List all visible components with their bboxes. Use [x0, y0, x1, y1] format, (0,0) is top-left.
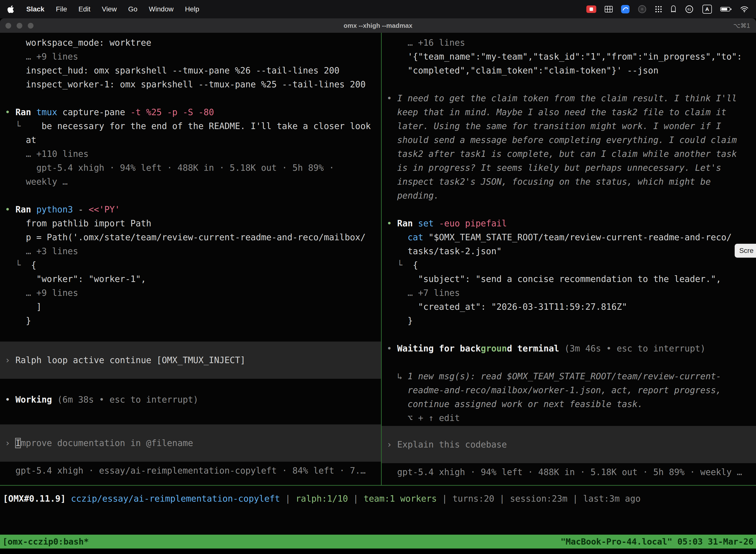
prompt-input[interactable]: › Improve documentation in @filename — [0, 425, 381, 462]
terminal-line: … +16 lines — [382, 36, 756, 50]
wifi-icon[interactable] — [740, 6, 749, 13]
screen-recording-indicator-icon[interactable] — [586, 5, 596, 13]
menu-bar: Slack File Edit View Go Window Help — [0, 0, 756, 18]
terminal-line: from pathlib import Path — [0, 216, 381, 230]
tmux-host-time: "MacBook-Pro-44.local" 05:03 31-Mar-26 — [561, 537, 754, 547]
text-segment: "$OMX_TEAM_STATE_ROOT/team/review-curren… — [429, 232, 732, 242]
text-segment: … +3 lines — [5, 246, 78, 256]
text-segment: should send a message before completing … — [387, 135, 737, 145]
text-segment: Working — [15, 395, 57, 404]
terminal-line: … +110 lines — [0, 147, 381, 161]
screen-notification[interactable]: Scre — [735, 244, 756, 258]
terminal-line: cat "$OMX_TEAM_STATE_ROOT/team/review-cu… — [382, 230, 756, 244]
menu-file[interactable]: File — [56, 5, 67, 13]
terminal-window: omx --xhigh --madmax ⌥⌘1 workspace_mode:… — [0, 18, 756, 554]
text-segment: inspect_hud: omx sparkshell --tmux-pane … — [5, 65, 339, 75]
text-segment: • — [387, 343, 397, 353]
terminal-line: • Ran tmux capture-pane -t %25 -p -S -80 — [0, 105, 381, 119]
close-button[interactable] — [5, 23, 11, 29]
terminal-line: ] — [0, 300, 381, 314]
terminal-line — [0, 328, 381, 341]
text-segment: { — [31, 260, 36, 270]
text-segment: | — [437, 494, 452, 504]
window-shortcut: ⌥⌘1 — [733, 22, 750, 29]
zoom-button[interactable] — [28, 23, 34, 29]
terminal-line: … +9 lines — [0, 286, 381, 300]
text-segment: d terminal — [507, 343, 565, 353]
terminal-line: inspect_worker-1: omx sparkshell --tmux-… — [0, 77, 381, 91]
terminal-line: • Waiting for background terminal (3m 46… — [382, 341, 756, 355]
terminal-line: } — [0, 314, 381, 328]
text-segment: <<'PY' — [88, 205, 120, 214]
text-segment: └ — [5, 121, 42, 131]
table-grid-icon[interactable] — [605, 6, 613, 12]
terminal-line: ⌥ + ↑ edit — [382, 411, 756, 425]
menu-app-name[interactable]: Slack — [26, 5, 44, 13]
text-segment — [387, 232, 407, 242]
terminal-line — [0, 91, 381, 105]
blue-app-icon[interactable] — [621, 5, 630, 13]
battery-gauge-value: 61 — [688, 7, 691, 11]
menu-go[interactable]: Go — [128, 5, 137, 13]
menu-edit[interactable]: Edit — [78, 5, 90, 13]
terminal-line: is in progress? It seems likely but perh… — [382, 161, 756, 175]
prompt-input[interactable]: › Explain this codebase — [382, 426, 756, 463]
text-segment: | — [348, 494, 364, 504]
terminal-line: gpt-5.4 xhigh · essay/ai-reimplementatio… — [0, 464, 381, 478]
text-segment: ↳ — [387, 371, 407, 381]
right-agent-pane[interactable]: … +16 lines '{"team_name":"my-team","tas… — [382, 33, 756, 485]
battery-gauge-icon[interactable]: 61 — [685, 4, 694, 14]
terminal-line: └ be necessary for the end of the README… — [0, 119, 381, 133]
menu-view[interactable]: View — [102, 5, 117, 13]
text-segment: cczip/essay/ai-reimplementation-copyleft — [71, 494, 280, 504]
injected-prompt-input[interactable]: › Ralph loop active continue [OMX_TMUX_I… — [0, 341, 381, 379]
input-source-icon[interactable]: A — [702, 5, 712, 14]
text-segment: "completed","claim_token":"claim-token"}… — [387, 65, 658, 75]
terminal-line: • I need to get the claim token from the… — [382, 91, 756, 105]
terminal-line — [0, 379, 381, 393]
text-segment: workspace_mode: worktree — [5, 38, 151, 48]
text-segment: Ran — [15, 107, 36, 117]
text-segment: ⌥ + ↑ edit — [387, 413, 460, 423]
text-segment: Explain this codebase — [397, 440, 507, 449]
tmux-status-bar: [omx-cczip0:bash* "MacBook-Pro-44.local"… — [0, 535, 756, 549]
battery-icon[interactable] — [720, 6, 732, 12]
terminal-line: pending. — [382, 189, 756, 203]
text-segment: … +16 lines — [387, 38, 465, 48]
text-segment: • — [5, 107, 15, 117]
apple-menu-icon[interactable] — [7, 5, 15, 13]
text-segment: readme-and-reco/mailbox/worker-1.json, a… — [387, 385, 721, 395]
terminal-line: • Working (6m 38s • esc to interrupt) — [0, 393, 381, 406]
omx-status-line: [OMX#0.11.9] cczip/essay/ai-reimplementa… — [0, 492, 756, 506]
ghost-app-icon[interactable] — [671, 5, 676, 13]
text-segment: session:23m — [510, 494, 567, 504]
text-segment: Ran — [397, 218, 418, 228]
text-segment: … +7 lines — [387, 288, 460, 298]
dots-grid-icon[interactable] — [655, 5, 662, 13]
terminal-line: … +9 lines — [0, 50, 381, 63]
text-segment: cat — [407, 232, 428, 242]
text-segment: python3 — [36, 205, 78, 214]
terminal-line: • Ran set -euo pipefail — [382, 216, 756, 230]
text-segment: … +110 lines — [5, 149, 88, 159]
text-segment: (3m 46s • esc to interrupt) — [564, 343, 705, 353]
menu-window[interactable]: Window — [149, 5, 174, 13]
text-segment: (6m 38s • esc to interrupt) — [57, 395, 198, 404]
dark-app-icon[interactable] — [638, 5, 646, 13]
minimize-button[interactable] — [17, 23, 22, 29]
text-segment: "worker": "worker-1", — [5, 274, 146, 284]
text-segment: gpt-5.4 xhigh · essay/ai-reimplementatio… — [5, 466, 366, 476]
left-agent-pane[interactable]: workspace_mode: worktree … +9 lines insp… — [0, 33, 381, 485]
window-title-bar[interactable]: omx --xhigh --madmax ⌥⌘1 — [0, 18, 756, 33]
terminal-line — [382, 355, 756, 369]
terminal-line: tasks/task-2.json" — [382, 244, 756, 258]
menu-help[interactable]: Help — [185, 5, 199, 13]
terminal-line: └ { — [0, 258, 381, 272]
terminal-line: … +7 lines — [382, 286, 756, 300]
text-segment: task2 after task1 is complete, but can I… — [387, 149, 737, 159]
text-segment: inspect task2's JSON, focusing on the st… — [387, 177, 711, 187]
terminal-line: └ { — [382, 258, 756, 272]
terminal-line — [382, 203, 756, 216]
agent-panes: workspace_mode: worktree … +9 lines insp… — [0, 33, 756, 485]
menu-bar-left: Slack File Edit View Go Window Help — [7, 5, 199, 13]
